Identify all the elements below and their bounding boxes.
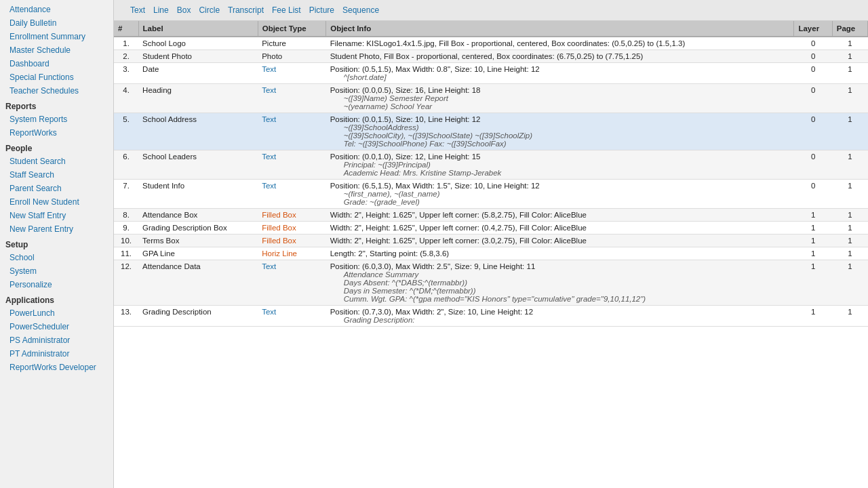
row-type: Text [258, 113, 326, 150]
table-row[interactable]: 13.Grading DescriptionTextPosition: (0.7… [114, 306, 868, 327]
row-label: School Address [138, 113, 258, 150]
row-info: Position: (0.5,1.5), Max Width: 0.8", Si… [326, 63, 794, 84]
sidebar-item-school[interactable]: School [0, 251, 113, 264]
table-row[interactable]: 7.Student InfoTextPosition: (6.5,1.5), M… [114, 180, 868, 209]
table-body: 1.School LogoPictureFilename: KISLogo1.4… [114, 37, 868, 327]
row-page: 1 [832, 150, 867, 180]
sidebar-item-new-parent-entry[interactable]: New Parent Entry [0, 222, 113, 236]
sidebar-item-system[interactable]: System [0, 264, 113, 278]
sidebar-item-new-staff-entry[interactable]: New Staff Entry [0, 209, 113, 222]
sidebar-item-student-search[interactable]: Student Search [0, 155, 113, 168]
table-row[interactable]: 1.School LogoPictureFilename: KISLogo1.4… [114, 37, 868, 50]
row-type: Photo [258, 50, 326, 63]
row-layer: 1 [794, 260, 832, 306]
table-row[interactable]: 10.Terms BoxFilled BoxWidth: 2", Height:… [114, 235, 868, 247]
row-layer: 0 [794, 180, 832, 209]
row-type: Filled Box [258, 235, 326, 247]
sidebar-item-reportworks-developer[interactable]: ReportWorks Developer [0, 361, 113, 374]
table-row[interactable]: 11.GPA LineHoriz LineLength: 2", Startin… [114, 247, 868, 260]
row-label: Heading [138, 84, 258, 113]
row-label: Date [138, 63, 258, 84]
row-sub-line: Grade: ~(grade_level) [330, 198, 790, 206]
row-page: 1 [832, 306, 867, 327]
row-sub-line: ~([39]SchoolCity), ~([39]SchoolState) ~(… [330, 131, 790, 140]
table-row[interactable]: 5.School AddressTextPosition: (0.0,1.5),… [114, 113, 868, 150]
main-content: TextLineBoxCircleTranscriptFee ListPictu… [114, 0, 868, 488]
row-page: 1 [832, 84, 867, 113]
sidebar-item-ps-administrator[interactable]: PS Administrator [0, 333, 113, 347]
row-info: Width: 2", Height: 1.625", Upper left co… [326, 222, 794, 235]
row-info: Width: 2", Height: 1.625", Upper left co… [326, 209, 794, 222]
row-type: Text [258, 180, 326, 209]
row-layer: 1 [794, 222, 832, 235]
sidebar-item-teacher-schedules[interactable]: Teacher Schedules [0, 84, 113, 98]
sidebar-item-pt-administrator[interactable]: PT Administrator [0, 347, 113, 361]
row-layer: 0 [794, 150, 832, 180]
sidebar-item-powerlunch[interactable]: PowerLunch [0, 306, 113, 320]
row-label: Student Photo [138, 50, 258, 63]
toolbar-link-picture[interactable]: Picture [307, 4, 337, 16]
row-num: 4. [114, 84, 138, 113]
row-num: 7. [114, 180, 138, 209]
table-row[interactable]: 3.DateTextPosition: (0.5,1.5), Max Width… [114, 63, 868, 84]
row-num: 6. [114, 150, 138, 180]
row-page: 1 [832, 50, 867, 63]
sidebar-item-staff-search[interactable]: Staff Search [0, 168, 113, 182]
row-layer: 1 [794, 306, 832, 327]
row-sub-line: Attendance Summary [330, 270, 790, 279]
row-page: 1 [832, 37, 867, 50]
toolbar-link-box[interactable]: Box [174, 4, 194, 16]
row-info: Position: (0.0,1.5), Size: 10, Line Heig… [326, 113, 794, 150]
toolbar-link-sequence[interactable]: Sequence [340, 4, 382, 16]
table-header-row: #LabelObject TypeObject InfoLayerPage [114, 21, 868, 37]
row-info: Position: (6.5,1.5), Max Width: 1.5", Si… [326, 180, 794, 209]
row-layer: 0 [794, 63, 832, 84]
table-row[interactable]: 9.Grading Description BoxFilled BoxWidth… [114, 222, 868, 235]
table-row[interactable]: 12.Attendance DataTextPosition: (6.0,3.0… [114, 260, 868, 306]
row-label: GPA Line [138, 247, 258, 260]
row-sub-line: Days in Semester: ^(*DM;^(termabbr)) [330, 287, 790, 295]
row-num: 3. [114, 63, 138, 84]
sidebar-item-powerscheduler[interactable]: PowerScheduler [0, 320, 113, 333]
row-page: 1 [832, 260, 867, 306]
row-sub-line: ~([39]SchoolAddress) [330, 123, 790, 131]
sidebar-item-personalize[interactable]: Personalize [0, 278, 113, 291]
row-page: 1 [832, 247, 867, 260]
sidebar-item-special-functions[interactable]: Special Functions [0, 70, 113, 84]
row-page: 1 [832, 235, 867, 247]
table-header-label: Label [138, 21, 258, 37]
sidebar-item-enrollment-summary[interactable]: Enrollment Summary [0, 30, 113, 43]
row-num: 5. [114, 113, 138, 150]
toolbar-link-text[interactable]: Text [127, 4, 148, 16]
sidebar-item-parent-search[interactable]: Parent Search [0, 182, 113, 195]
row-type: Picture [258, 37, 326, 50]
sidebar-item-system-reports[interactable]: System Reports [0, 113, 113, 126]
table-row[interactable]: 2.Student PhotoPhotoStudent Photo, Fill … [114, 50, 868, 63]
sidebar-item-master-schedule[interactable]: Master Schedule [0, 43, 113, 57]
sidebar-item-enroll-new-student[interactable]: Enroll New Student [0, 195, 113, 209]
table-row[interactable]: 6.School LeadersTextPosition: (0.0,1.0),… [114, 150, 868, 180]
row-info: Position: (0.7,3.0), Max Width: 2", Size… [326, 306, 794, 327]
toolbar-link-line[interactable]: Line [151, 4, 172, 16]
row-label: Attendance Box [138, 209, 258, 222]
row-page: 1 [832, 180, 867, 209]
row-type: Filled Box [258, 222, 326, 235]
row-label: Attendance Data [138, 260, 258, 306]
table-row[interactable]: 8.Attendance BoxFilled BoxWidth: 2", Hei… [114, 209, 868, 222]
sidebar-item-daily-bulletin[interactable]: Daily Bulletin [0, 16, 113, 30]
toolbar: TextLineBoxCircleTranscriptFee ListPictu… [114, 0, 868, 21]
row-label: School Logo [138, 37, 258, 50]
toolbar-link-fee list[interactable]: Fee List [269, 4, 304, 16]
sidebar-item-attendance[interactable]: Attendance [0, 3, 113, 16]
table-row[interactable]: 4.HeadingTextPosition: (0.0,0.5), Size: … [114, 84, 868, 113]
toolbar-link-transcript[interactable]: Transcript [225, 4, 267, 16]
row-sub-line: ~(first_name), ~(last_name) [330, 190, 790, 198]
row-sub-line: Academic Head: Mrs. Kristine Stamp-Jerab… [330, 169, 790, 177]
objects-table: #LabelObject TypeObject InfoLayerPage 1.… [114, 21, 868, 327]
row-type: Horiz Line [258, 247, 326, 260]
row-type: Text [258, 84, 326, 113]
table-header-object info: Object Info [326, 21, 794, 37]
sidebar-item-dashboard[interactable]: Dashboard [0, 57, 113, 70]
toolbar-link-circle[interactable]: Circle [196, 4, 222, 16]
sidebar-item-reportworks[interactable]: ReportWorks [0, 126, 113, 140]
